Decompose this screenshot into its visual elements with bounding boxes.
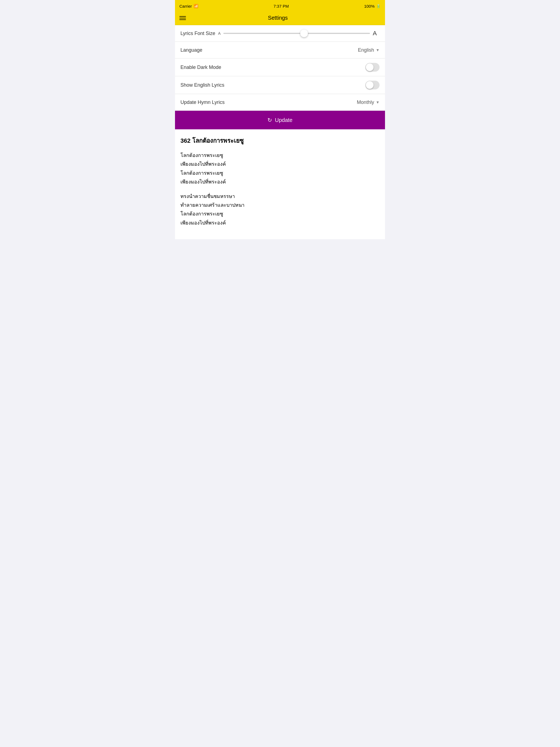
font-size-row: Lyrics Font Size A A xyxy=(175,25,385,42)
language-value-container: English ▼ xyxy=(358,47,380,53)
status-bar-right: 100% 🔋 xyxy=(364,4,381,8)
verse-2-line-2: ทำลายความเศร้าและบาปหนา xyxy=(180,201,380,209)
hymn-lyrics: โลกต้องการพระเยซู เพียงมองไปที่พระองค์ โ… xyxy=(180,151,380,227)
nav-title: Settings xyxy=(268,15,288,21)
show-english-section: Show English Lyrics xyxy=(175,76,385,94)
status-bar: Carrier 📶 7:37 PM 100% 🔋 xyxy=(175,0,385,12)
dark-mode-row: Enable Dark Mode xyxy=(175,58,385,76)
update-hymn-value-container: Monthly ▼ xyxy=(357,100,380,105)
font-size-section: Lyrics Font Size A A xyxy=(175,25,385,42)
update-hymn-value: Monthly xyxy=(357,100,374,105)
verse-1-line-3: โลกต้องการพระเยซู xyxy=(180,169,380,177)
lyrics-section: 362 โลกต้องการพระเยซู โลกต้องการพระเยซู … xyxy=(175,129,385,239)
hymn-verse-2: ทรงนำความชื่นชมหรรษา ทำลายความเศร้าและบา… xyxy=(180,192,380,228)
wifi-icon: 📶 xyxy=(194,4,198,8)
update-button[interactable]: ↻ Update xyxy=(175,111,385,129)
hymn-number: 362 xyxy=(180,137,192,144)
font-size-slider[interactable] xyxy=(223,33,370,34)
update-hymn-chevron-icon: ▼ xyxy=(376,100,380,104)
update-hymn-label: Update Hymn Lyrics xyxy=(180,100,225,105)
hymn-title: 362 โลกต้องการพระเยซู xyxy=(180,136,380,146)
slider-a-small: A xyxy=(218,31,221,35)
battery-icon: 🔋 xyxy=(376,4,381,8)
slider-thumb[interactable] xyxy=(300,29,308,37)
nav-bar: Settings xyxy=(175,12,385,25)
show-english-toggle[interactable] xyxy=(365,81,380,89)
show-english-toggle-knob xyxy=(366,81,374,89)
verse-1-line-4: เพียงมองไปที่พระองค์ xyxy=(180,177,380,186)
hymn-title-text: โลกต้องการพระเยซู xyxy=(192,137,244,144)
hymn-verse-1: โลกต้องการพระเยซู เพียงมองไปที่พระองค์ โ… xyxy=(180,151,380,186)
carrier-label: Carrier xyxy=(179,4,192,8)
language-section: Language English ▼ xyxy=(175,42,385,58)
language-value: English xyxy=(358,47,374,53)
language-row[interactable]: Language English ▼ xyxy=(175,42,385,58)
font-size-label: Lyrics Font Size xyxy=(180,31,215,36)
font-size-slider-container: A A xyxy=(215,30,380,37)
verse-2-line-1: ทรงนำความชื่นชมหรรษา xyxy=(180,192,380,201)
dark-mode-label: Enable Dark Mode xyxy=(180,65,221,70)
verse-2-line-4: เพียงมองไปที่พระองค์ xyxy=(180,218,380,227)
language-label: Language xyxy=(180,47,202,53)
menu-icon[interactable] xyxy=(179,16,186,20)
slider-a-large: A xyxy=(373,30,377,37)
dark-mode-toggle[interactable] xyxy=(365,63,380,72)
update-refresh-icon: ↻ xyxy=(268,117,272,123)
update-hymn-row[interactable]: Update Hymn Lyrics Monthly ▼ xyxy=(175,94,385,110)
dark-mode-toggle-knob xyxy=(366,63,374,71)
update-button-label: Update xyxy=(275,117,292,123)
status-bar-left: Carrier 📶 xyxy=(179,4,198,8)
verse-2-line-3: โลกต้องการพระเยซู xyxy=(180,209,380,218)
battery-percent: 100% xyxy=(364,4,375,8)
verse-1-line-1: โลกต้องการพระเยซู xyxy=(180,151,380,160)
verse-1-line-2: เพียงมองไปที่พระองค์ xyxy=(180,160,380,169)
update-hymn-section: Update Hymn Lyrics Monthly ▼ xyxy=(175,94,385,111)
slider-filled xyxy=(223,33,304,34)
show-english-label: Show English Lyrics xyxy=(180,82,224,88)
show-english-row: Show English Lyrics xyxy=(175,76,385,94)
status-bar-time: 7:37 PM xyxy=(274,4,289,8)
dark-mode-section: Enable Dark Mode xyxy=(175,58,385,76)
language-chevron-icon: ▼ xyxy=(376,48,380,52)
